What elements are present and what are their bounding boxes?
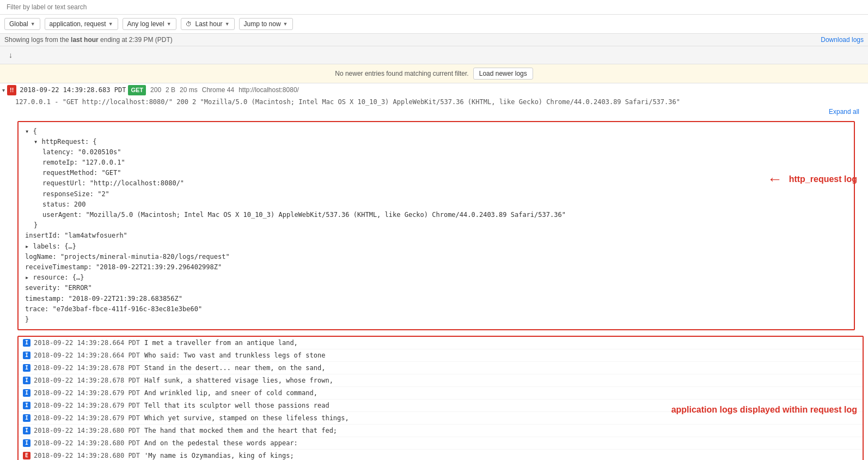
nested-log-timestamp: 2018-09-22 14:39:28.678 PDT xyxy=(34,363,140,373)
first-log-detail: ▾ { ▾ httpRequest: { latency: "0.020510s… xyxy=(0,117,868,335)
detail-useragent: userAgent: "Mozilla/5.0 (Macintosh; Inte… xyxy=(34,210,847,220)
loglevel-arrow-icon: ▼ xyxy=(167,21,172,27)
nested-log-text: Which yet survive, stamped on these life… xyxy=(144,413,349,423)
nested-log-text: The hand that mocked them and the heart … xyxy=(144,426,337,435)
nested-log-timestamp: 2018-09-22 14:39:28.679 PDT xyxy=(34,388,140,398)
annotation-app-logs-text: application logs displayed within reques… xyxy=(671,405,857,415)
detail-status: status: 200 xyxy=(34,199,847,210)
detail-responsesize: responseSize: "2" xyxy=(34,189,847,199)
nested-log-row[interactable]: I2018-09-22 14:39:28.680 PDTAnd on the p… xyxy=(19,437,863,450)
filter-input[interactable] xyxy=(4,2,864,12)
expand-all-top-link[interactable]: Expand all xyxy=(829,108,864,116)
nested-log-timestamp: 2018-09-22 14:39:28.678 PDT xyxy=(34,376,140,385)
first-log-status: 200 xyxy=(150,85,161,95)
first-log-url: http://localhost:8080/ xyxy=(239,85,299,95)
expand-all-top-row: Expand all xyxy=(0,107,868,117)
nested-severity-badge: I xyxy=(23,439,30,447)
clock-icon: ⏱ xyxy=(186,21,192,27)
nested-log-timestamp: 2018-09-22 14:39:28.680 PDT xyxy=(34,451,140,460)
nested-log-text: And on the pedestal these words appear: xyxy=(144,438,298,448)
detail-close-brace: } xyxy=(25,314,847,325)
resource-arrow-icon: ▼ xyxy=(108,21,113,27)
annotation-app-logs: application logs displayed within reques… xyxy=(671,405,857,415)
nested-log-row[interactable]: I2018-09-22 14:39:28.664 PDTI met a trav… xyxy=(19,337,863,349)
first-log-timestamp: 2018-09-22 14:39:28.683 PDT xyxy=(20,85,126,95)
first-log-severity-badge: !! xyxy=(7,85,16,95)
nested-log-row[interactable]: E2018-09-22 14:39:28.680 PDT'My name is … xyxy=(19,450,863,460)
nested-log-text: Half sunk, a shattered visage lies, whos… xyxy=(144,376,333,385)
loglevel-label: Any log level xyxy=(127,20,164,28)
detail-logname: logName: "projects/mineral-minutia-820/l… xyxy=(25,252,847,262)
nested-log-row[interactable]: I2018-09-22 14:39:28.664 PDTWho said: Tw… xyxy=(19,349,863,362)
detail-requestmethod: requestMethod: "GET" xyxy=(34,168,847,178)
scope-arrow-icon: ▼ xyxy=(30,21,35,27)
detail-latency: latency: "0.020510s" xyxy=(34,147,847,158)
nested-log-text: Who said: Two vast and trunkless legs of… xyxy=(144,350,325,360)
jumpto-label: Jump to now xyxy=(244,20,281,28)
nested-log-timestamp: 2018-09-22 14:39:28.664 PDT xyxy=(34,350,140,360)
http-request-detail-box: ▾ { ▾ httpRequest: { latency: "0.020510s… xyxy=(17,121,855,331)
detail-remoteip: remoteIp: "127.0.0.1" xyxy=(34,158,847,168)
showing-bar: Showing logs from the last hour ending a… xyxy=(0,34,868,46)
detail-receivetimestamp: receiveTimestamp: "2018-09-22T21:39:29.2… xyxy=(25,262,847,273)
annotation-arrow-icon: ← xyxy=(767,171,783,188)
nested-log-timestamp: 2018-09-22 14:39:28.679 PDT xyxy=(34,401,140,410)
info-message: No newer entries found matching current … xyxy=(335,70,468,77)
nested-log-row[interactable]: I2018-09-22 14:39:28.679 PDTAnd wrinkled… xyxy=(19,387,863,400)
detail-requesturl: requestUrl: "http://localhost:8080/" xyxy=(34,178,847,189)
nested-severity-badge: I xyxy=(23,377,30,384)
nested-severity-badge: I xyxy=(23,414,30,422)
loglevel-dropdown[interactable]: Any log level ▼ xyxy=(123,18,176,30)
nested-log-row[interactable]: I2018-09-22 14:39:28.678 PDTHalf sunk, a… xyxy=(19,374,863,387)
download-logs-link[interactable]: Download logs xyxy=(821,36,864,44)
nested-severity-badge: I xyxy=(23,339,30,347)
nested-log-text: Tell that its sculptor well those passio… xyxy=(144,401,329,410)
detail-httprequest-label: ▾ httpRequest: { xyxy=(34,137,847,147)
toolbar: Global ▼ application, request ▼ Any log … xyxy=(0,15,868,34)
nested-severity-badge: I xyxy=(23,352,30,359)
nested-severity-badge: I xyxy=(23,427,30,434)
log-entries: ▾ !! 2018-09-22 14:39:28.683 PDT GET 200… xyxy=(0,83,868,460)
expand-triangle-icon: ▾ xyxy=(2,86,5,94)
annotation-http-request: ← http_request log xyxy=(767,171,857,188)
jumpto-arrow-icon: ▼ xyxy=(283,21,288,27)
detail-severity: severity: "ERROR" xyxy=(25,283,847,293)
nested-logs-box: I2018-09-22 14:39:28.664 PDTI met a trav… xyxy=(17,336,864,460)
scroll-down-icon: ↓ xyxy=(4,49,17,62)
jumpto-dropdown[interactable]: Jump to now ▼ xyxy=(239,18,293,30)
nested-logs-list: I2018-09-22 14:39:28.664 PDTI met a trav… xyxy=(19,337,863,460)
time-dropdown[interactable]: ⏱ Last hour ▼ xyxy=(181,18,235,30)
filter-bar xyxy=(0,0,868,15)
nested-log-timestamp: 2018-09-22 14:39:28.664 PDT xyxy=(34,338,140,348)
time-arrow-icon: ▼ xyxy=(225,21,230,27)
first-log-header-row[interactable]: ▾ !! 2018-09-22 14:39:28.683 PDT GET 200… xyxy=(0,83,868,97)
nested-severity-badge: E xyxy=(23,452,30,459)
nested-log-row[interactable]: I2018-09-22 14:39:28.680 PDTThe hand tha… xyxy=(19,425,863,437)
scope-dropdown[interactable]: Global ▼ xyxy=(4,18,40,30)
resource-dropdown[interactable]: application, request ▼ xyxy=(45,18,118,30)
nested-log-timestamp: 2018-09-22 14:39:28.679 PDT xyxy=(34,413,140,423)
nested-log-text: Stand in the desert... near them, on the… xyxy=(144,363,325,373)
detail-httprequest-close: } xyxy=(34,220,847,231)
detail-timestamp: timestamp: "2018-09-22T21:39:28.683856Z" xyxy=(25,294,847,304)
detail-trace: trace: "e7de3baf-fbce-411f-916c-83ec81e3… xyxy=(25,304,847,314)
first-log-summary: 127.0.0.1 - "GET http://localhost:8080/"… xyxy=(0,97,868,107)
detail-http-request-section: ▾ httpRequest: { latency: "0.020510s" re… xyxy=(25,137,847,231)
scope-label: Global xyxy=(9,20,28,28)
resource-label: application, request xyxy=(50,20,106,28)
showing-bold: last hour xyxy=(71,36,99,44)
nested-severity-badge: I xyxy=(23,364,30,372)
nested-log-timestamp: 2018-09-22 14:39:28.680 PDT xyxy=(34,426,140,435)
time-label: Last hour xyxy=(195,20,223,28)
detail-labels: ▸ labels: {…} xyxy=(25,241,847,252)
detail-open-brace: ▾ { xyxy=(25,126,847,137)
nested-severity-badge: I xyxy=(23,402,30,409)
first-log-size: 2 B xyxy=(166,85,175,95)
nested-log-text: 'My name is Ozymandias, king of kings; xyxy=(144,451,294,460)
detail-resource: ▸ resource: {…} xyxy=(25,273,847,283)
nested-log-row[interactable]: I2018-09-22 14:39:28.678 PDTStand in the… xyxy=(19,362,863,374)
showing-text: Showing logs from the last hour ending a… xyxy=(4,36,173,44)
load-newer-button[interactable]: Load newer logs xyxy=(473,68,533,80)
nested-log-text: And wrinkled lip, and sneer of cold comm… xyxy=(144,388,317,398)
info-bar: No newer entries found matching current … xyxy=(0,64,868,83)
